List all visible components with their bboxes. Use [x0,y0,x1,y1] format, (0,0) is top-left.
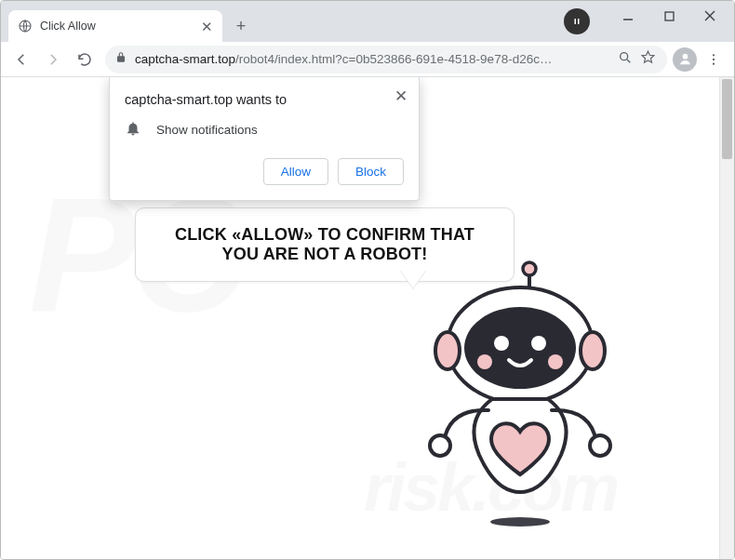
svg-point-18 [531,336,546,351]
search-icon[interactable] [618,50,633,69]
svg-point-20 [548,354,563,369]
media-control-button[interactable] [564,8,590,34]
kebab-menu-button[interactable] [699,45,728,74]
permission-site-label: captcha-smart.top wants to [125,92,404,107]
svg-rect-2 [665,12,674,20]
svg-point-5 [621,52,628,60]
lock-icon [114,51,127,67]
url-text: captcha-smart.top/robot4/index.html?c=0b… [135,52,610,66]
bookmark-star-icon[interactable] [640,49,656,69]
svg-point-21 [430,435,450,456]
svg-point-19 [477,354,492,369]
svg-point-16 [464,307,576,389]
close-icon[interactable]: ✕ [394,87,408,106]
url-path: /robot4/index.html?c=0b523866-691e-4518-… [235,52,552,66]
notification-permission-dialog: ✕ captcha-smart.top wants to Show notifi… [109,77,420,201]
vertical-scrollbar[interactable] [719,77,734,559]
globe-icon [18,19,33,33]
permission-text: Show notifications [156,123,258,137]
address-bar[interactable]: captcha-smart.top/robot4/index.html?c=0b… [105,46,667,73]
minimize-button[interactable] [608,3,648,29]
tab-title: Click Allow [40,20,194,33]
svg-point-22 [590,435,610,456]
svg-point-15 [581,332,605,369]
profile-avatar[interactable] [673,47,697,72]
back-button[interactable] [7,45,36,74]
robot-illustration [399,260,641,539]
permission-row: Show notifications [125,120,404,140]
bell-icon [125,120,141,140]
browser-toolbar: captcha-smart.top/robot4/index.html?c=0b… [1,42,734,77]
url-host: captcha-smart.top [135,52,235,66]
block-button[interactable]: Block [338,158,404,185]
instruction-text: CLICK «ALLOW» TO CONFIRM THAT YOU ARE NO… [154,225,495,264]
svg-point-7 [682,54,688,60]
forward-button[interactable] [38,45,68,74]
reload-button[interactable] [70,45,100,74]
svg-point-10 [713,62,715,64]
scrollbar-thumb[interactable] [722,79,732,159]
svg-point-11 [523,262,536,275]
svg-point-14 [435,332,460,369]
close-tab-icon[interactable]: ✕ [201,20,213,33]
allow-button[interactable]: Allow [263,158,328,185]
page-viewport: PC risk.com ✕ captcha-smart.top wants to… [1,77,734,559]
maximize-button[interactable] [648,3,689,29]
close-window-button[interactable] [689,3,730,29]
svg-point-23 [490,517,550,527]
window-controls [608,3,730,29]
svg-line-6 [627,60,630,62]
new-tab-button[interactable]: + [228,13,254,39]
browser-tab[interactable]: Click Allow ✕ [8,10,222,42]
svg-point-9 [713,58,715,60]
browser-titlebar: Click Allow ✕ + [1,1,734,42]
svg-point-17 [494,336,509,351]
svg-point-8 [713,54,715,56]
